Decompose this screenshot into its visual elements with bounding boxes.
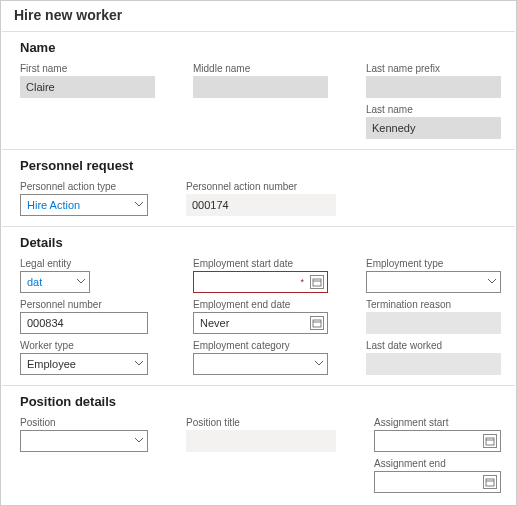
personnel-number-value: 000834	[20, 312, 148, 334]
position-select[interactable]	[20, 430, 148, 452]
start-date-value	[193, 271, 328, 293]
last-name-prefix-value	[366, 76, 501, 98]
section-title-details: Details	[20, 235, 501, 250]
last-name-prefix-label: Last name prefix	[366, 63, 501, 74]
action-number-input[interactable]	[186, 194, 336, 216]
section-title-position: Position details	[20, 394, 501, 409]
worker-type-label: Worker type	[20, 340, 155, 351]
termination-reason-label: Termination reason	[366, 299, 501, 310]
assignment-end-value	[374, 471, 501, 493]
end-date-input[interactable]: Never	[193, 312, 328, 334]
legal-entity-select[interactable]: dat	[20, 271, 90, 293]
first-name-value: Claire	[20, 76, 155, 98]
section-title-personnel: Personnel request	[20, 158, 501, 173]
worker-type-value: Employee	[20, 353, 148, 375]
assignment-start-input[interactable]	[374, 430, 501, 452]
last-name-value: Kennedy	[366, 117, 501, 139]
worker-type-select[interactable]: Employee	[20, 353, 148, 375]
position-title-input[interactable]	[186, 430, 336, 452]
middle-name-label: Middle name	[193, 63, 328, 74]
last-date-worked-value	[366, 353, 501, 375]
position-value	[20, 430, 148, 452]
legal-entity-value: dat	[20, 271, 90, 293]
assignment-end-label: Assignment end	[374, 458, 501, 469]
assignment-end-input[interactable]	[374, 471, 501, 493]
employment-category-value	[193, 353, 328, 375]
section-name: Name First name Claire Middle name Last …	[2, 31, 515, 149]
employment-category-label: Employment category	[193, 340, 328, 351]
last-name-label: Last name	[366, 104, 501, 115]
employment-category-select[interactable]	[193, 353, 328, 375]
action-type-select[interactable]: Hire Action	[20, 194, 148, 216]
action-type-value: Hire Action	[20, 194, 148, 216]
legal-entity-label: Legal entity	[20, 258, 155, 269]
assignment-start-value	[374, 430, 501, 452]
end-date-label: Employment end date	[193, 299, 328, 310]
position-title-label: Position title	[186, 417, 336, 428]
last-date-worked-label: Last date worked	[366, 340, 501, 351]
personnel-number-label: Personnel number	[20, 299, 155, 310]
page-title: Hire new worker	[2, 7, 515, 31]
section-position: Position details Position Position title…	[2, 385, 515, 503]
employment-type-select[interactable]	[366, 271, 501, 293]
section-title-name: Name	[20, 40, 501, 55]
termination-reason-value	[366, 312, 501, 334]
action-type-label: Personnel action type	[20, 181, 148, 192]
section-details: Details Legal entity dat Employment star…	[2, 226, 515, 385]
employment-type-value	[366, 271, 501, 293]
required-icon: *	[300, 277, 304, 287]
employment-type-label: Employment type	[366, 258, 501, 269]
end-date-value: Never	[193, 312, 328, 334]
position-label: Position	[20, 417, 148, 428]
start-date-input[interactable]: *	[193, 271, 328, 293]
personnel-number-input[interactable]: 000834	[20, 312, 148, 334]
hire-worker-form: Hire new worker Name First name Claire M…	[0, 0, 517, 506]
middle-name-value	[193, 76, 328, 98]
first-name-label: First name	[20, 63, 155, 74]
assignment-start-label: Assignment start	[374, 417, 501, 428]
section-personnel: Personnel request Personnel action type …	[2, 149, 515, 226]
start-date-label: Employment start date	[193, 258, 328, 269]
action-number-label: Personnel action number	[186, 181, 336, 192]
